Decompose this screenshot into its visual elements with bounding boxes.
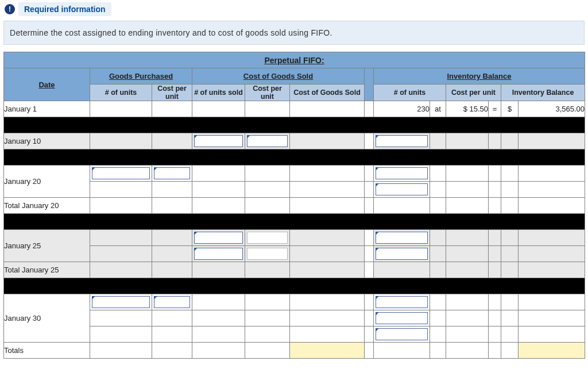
jan1-ib-at: at (430, 101, 446, 117)
date-total-jan20: Total January 20 (4, 198, 90, 214)
jan30-ib-units-b-input[interactable] (376, 312, 428, 324)
row-jan20-a: January 20 (4, 166, 585, 182)
header-units-sold: # of units sold (192, 84, 245, 101)
row-total-jan25: Total January 25 (4, 262, 585, 278)
jan25-cpu-sold-a-input[interactable] (247, 232, 288, 244)
row-jan30-b (4, 310, 585, 326)
jan20-ib-units-a-input[interactable] (376, 167, 428, 179)
header-gp-cpu: Cost per unit (152, 84, 192, 101)
header-ib-val: Inventory Balance (501, 84, 585, 101)
jan30-gp-units-input[interactable] (92, 296, 150, 308)
header-gap (365, 68, 374, 101)
header-date: Date (4, 68, 90, 101)
date-jan20: January 20 (4, 166, 90, 198)
jan25-units-sold-a-input[interactable] (194, 232, 243, 244)
question-prompt: Determine the cost assigned to ending in… (3, 21, 585, 45)
jan20-gp-cpu-input[interactable] (154, 167, 190, 179)
jan25-units-sold-b-input[interactable] (194, 248, 243, 260)
info-icon: ! (5, 4, 15, 14)
jan1-ib-val: 3,565.00 (519, 101, 585, 117)
row-jan30-a: January 30 (4, 294, 585, 310)
row-totals: Totals (4, 343, 585, 359)
jan1-ib-units: 230 (374, 101, 430, 117)
date-totals: Totals (4, 343, 90, 359)
date-jan1: January 1 (4, 101, 90, 117)
jan25-ib-units-a-input[interactable] (376, 232, 428, 244)
fifo-table: Perpetual FIFO: Date Goods Purchased Cos… (3, 52, 585, 359)
row-jan20-b (4, 182, 585, 198)
header-ib-cpu: Cost per unit (446, 84, 501, 101)
jan25-cpu-sold-b-input[interactable] (247, 248, 288, 260)
header-ib-units: # of units (374, 84, 446, 101)
totals-cogs-cell (290, 343, 365, 359)
row-total-jan20: Total January 20 (4, 198, 585, 214)
header-cogs: Cost of Goods Sold (192, 68, 365, 84)
jan1-ib-cpu: $ 15.50 (446, 101, 489, 117)
header-gp-units: # of units (90, 84, 152, 101)
jan1-ib-eq: = (489, 101, 501, 117)
jan25-ib-units-b-input[interactable] (376, 248, 428, 260)
jan30-ib-units-c-input[interactable] (376, 328, 428, 340)
header-goods-purchased: Goods Purchased (90, 68, 192, 84)
required-information-label: Required information (18, 2, 111, 16)
jan30-gp-cpu-input[interactable] (154, 296, 190, 308)
row-jan25-a: January 25 (4, 230, 585, 246)
required-information-bar: ! Required information (0, 0, 588, 21)
date-total-jan25: Total January 25 (4, 262, 90, 278)
jan10-units-sold-input[interactable] (194, 135, 243, 147)
row-jan30-c (4, 326, 585, 343)
jan10-ib-units-input[interactable] (376, 135, 428, 147)
row-jan10: January 10 (4, 133, 585, 149)
header-inventory-balance: Inventory Balance (374, 68, 585, 84)
header-cs-cpu: Cost per unit (245, 84, 290, 101)
jan20-ib-units-b-input[interactable] (376, 183, 428, 195)
row-jan25-b (4, 246, 585, 262)
jan20-gp-units-input[interactable] (92, 167, 150, 179)
table-title: Perpetual FIFO: (4, 52, 585, 68)
date-jan30: January 30 (4, 294, 90, 343)
date-jan10: January 10 (4, 133, 90, 149)
jan1-ib-sym: $ (501, 101, 519, 117)
row-jan1: January 1 230 at $ 15.50 = $ 3,565.00 (4, 101, 585, 117)
jan30-ib-units-a-input[interactable] (376, 296, 428, 308)
header-cogs-val: Cost of Goods Sold (290, 84, 365, 101)
totals-inventory-balance-cell (519, 343, 585, 359)
jan10-cpu-sold-input[interactable] (247, 135, 288, 147)
date-jan25: January 25 (4, 230, 90, 262)
